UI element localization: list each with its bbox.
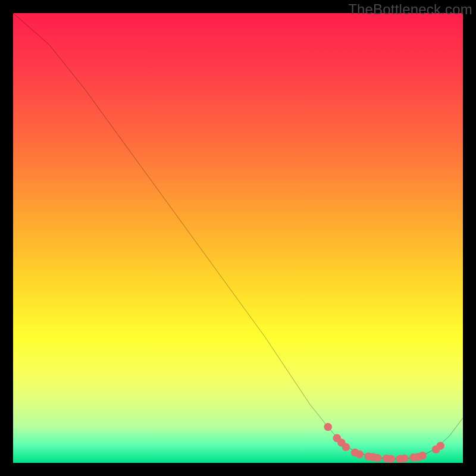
curve-marker — [342, 443, 350, 452]
curve-marker — [418, 452, 427, 460]
curve-marker — [374, 454, 382, 462]
curve-markers — [324, 423, 444, 463]
curve-marker — [400, 455, 409, 463]
curve-marker — [324, 423, 332, 431]
curve-layer — [13, 13, 463, 463]
curve-marker — [387, 455, 395, 463]
chart-frame: TheBottleneck.com — [0, 0, 476, 476]
bottleneck-curve — [13, 13, 463, 459]
plot-area — [13, 13, 463, 463]
curve-marker — [436, 441, 444, 450]
watermark-text: TheBottleneck.com — [348, 1, 472, 18]
curve-marker — [355, 450, 364, 459]
